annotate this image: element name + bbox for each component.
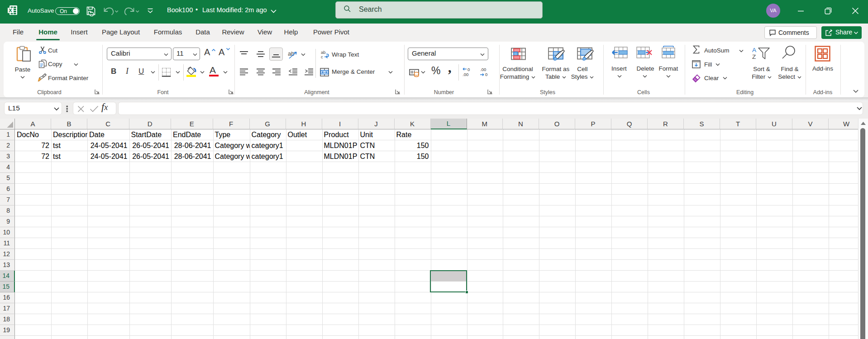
svg-text:Z: Z bbox=[752, 53, 756, 60]
svg-text:0: 0 bbox=[467, 67, 470, 72]
svg-text:A: A bbox=[752, 47, 756, 53]
svg-text:c: c bbox=[321, 54, 323, 59]
svg-text:.00: .00 bbox=[463, 72, 468, 77]
svg-text:ab: ab bbox=[288, 50, 294, 57]
svg-text:0: 0 bbox=[485, 72, 487, 77]
svg-text:.00: .00 bbox=[480, 67, 486, 72]
